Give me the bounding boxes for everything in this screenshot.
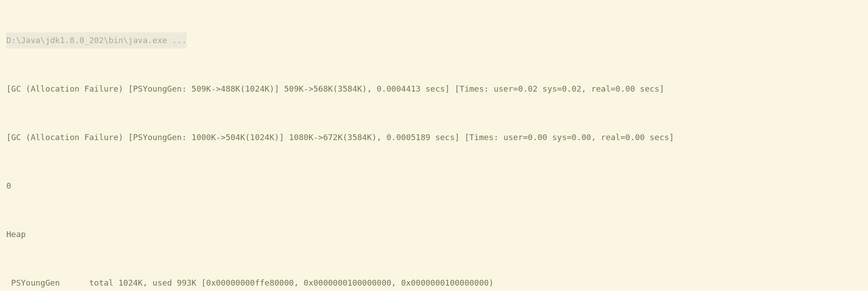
console-output: D:\Java\jdk1.8.0_202\bin\java.exe ... [G… (0, 0, 868, 291)
gc-log-line: [GC (Allocation Failure) [PSYoungGen: 50… (6, 81, 868, 97)
gc-log-line: [GC (Allocation Failure) [PSYoungGen: 10… (6, 129, 868, 146)
heap-header: Heap (6, 226, 868, 242)
command-line: D:\Java\jdk1.8.0_202\bin\java.exe ... (6, 32, 187, 48)
output-line: 0 (6, 178, 868, 194)
heap-psyounggen: PSYoungGen total 1024K, used 993K [0x000… (6, 275, 868, 291)
